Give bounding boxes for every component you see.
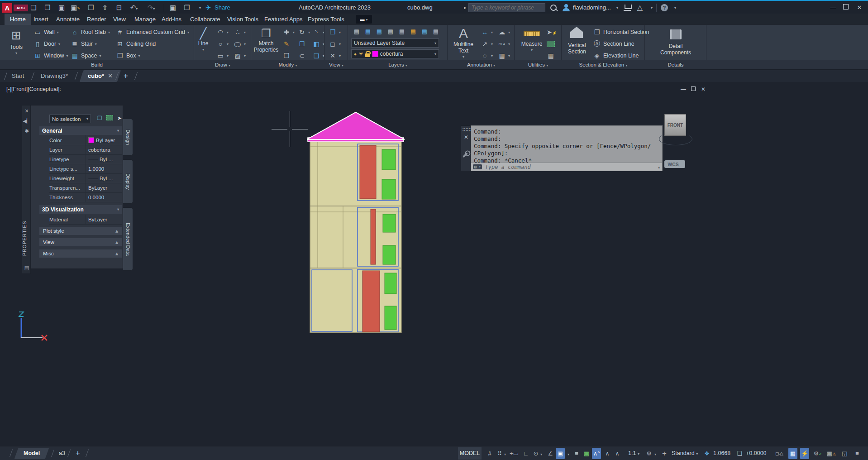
layer-isolate-button[interactable]: ▤ bbox=[363, 26, 372, 37]
object-snap-toggle[interactable]: ▣ bbox=[556, 448, 565, 459]
section-line-button[interactable]: ⒶSection Line bbox=[593, 38, 634, 49]
layer-state-dropdown[interactable]: Unsaved Layer State▾ bbox=[351, 38, 439, 48]
hatch-background-toggle[interactable]: ▩ bbox=[788, 448, 797, 459]
ribbon-display-toggle[interactable]: ▬ ▾ bbox=[356, 15, 372, 24]
horizontal-section-button[interactable]: ❒Horizontal Section bbox=[593, 27, 649, 38]
prop-row-linetype-scale[interactable]: Linetype s...1.0000 bbox=[49, 164, 122, 174]
autosnap-toggle[interactable]: ∧° bbox=[592, 448, 601, 459]
layer-unlock-icon[interactable] bbox=[365, 53, 370, 57]
elevation-label-button[interactable]: 09.A▾ bbox=[498, 38, 510, 49]
viewport-minimize-icon[interactable]: — bbox=[679, 86, 688, 93]
username[interactable]: flaviadoming... bbox=[573, 1, 611, 14]
table-button[interactable]: ▦▾ bbox=[498, 50, 510, 61]
transparency-toggle[interactable]: ▩ bbox=[582, 448, 591, 459]
multiline-text-button[interactable]: A Multiline Text▾ bbox=[450, 26, 477, 60]
tab-insert[interactable]: Insert bbox=[28, 14, 54, 25]
erase-button[interactable]: ✎ bbox=[282, 38, 291, 49]
tab-express-tools[interactable]: Express Tools bbox=[302, 14, 350, 25]
viewport-label[interactable]: [-][Front][Conceptual]: bbox=[6, 86, 61, 92]
workspace-gear-icon[interactable]: ⚙ bbox=[644, 448, 653, 459]
share-button[interactable]: Share bbox=[215, 1, 230, 14]
panel-label-annotation[interactable]: Annotation ▾ bbox=[448, 60, 514, 69]
box-button[interactable]: ❒Box▾ bbox=[116, 50, 140, 61]
user-avatar-icon[interactable] bbox=[563, 4, 570, 11]
measure-button[interactable]: Measure▾ bbox=[519, 28, 545, 53]
prop-row-thickness[interactable]: Thickness0.0000 bbox=[49, 192, 122, 202]
line-button[interactable]: ╱ Line▾ bbox=[194, 27, 213, 53]
layout-tab-a3[interactable]: a3 bbox=[59, 446, 65, 460]
search-icon[interactable] bbox=[550, 5, 557, 11]
layer-dropdown[interactable]: ● ☀ cobertura▾ bbox=[351, 49, 439, 58]
open-file-button[interactable]: ❒ bbox=[42, 3, 53, 13]
tab-annotate[interactable]: Annotate bbox=[51, 14, 85, 25]
new-layout-button[interactable]: + bbox=[73, 449, 82, 458]
palette-settings-icon[interactable]: ✱ bbox=[22, 128, 31, 134]
enhanced-custom-grid-button[interactable]: #Enhanced Custom Grid▾ bbox=[116, 27, 189, 38]
command-customize-icon[interactable] bbox=[463, 152, 468, 158]
window-button[interactable]: ⊞Window▾ bbox=[33, 50, 68, 61]
dynamic-input-toggle[interactable]: +▭ bbox=[510, 448, 519, 459]
layer-properties-button[interactable]: ▤ bbox=[352, 26, 361, 37]
command-window[interactable]: Command: Command: Command: Specify oppos… bbox=[471, 125, 663, 171]
layer-on-icon[interactable]: ● bbox=[354, 52, 357, 57]
color-swatch[interactable] bbox=[88, 137, 94, 143]
grid-display-toggle[interactable]: # bbox=[485, 448, 494, 459]
drawing-canvas[interactable]: [-][Front][Conceptual]: — ✕ bbox=[0, 82, 868, 446]
layer-color-swatch[interactable] bbox=[372, 51, 378, 57]
panel-label-section-elevation[interactable]: Section & Elevation ▾ bbox=[562, 60, 644, 69]
quick-calc-button[interactable]: ▦ bbox=[547, 50, 555, 61]
house-elevation-drawing[interactable] bbox=[307, 111, 405, 333]
panel-label-draw[interactable]: Draw ▾ bbox=[195, 60, 251, 69]
space-button[interactable]: ▦Space▾ bbox=[71, 50, 101, 61]
layer-unisolate-button[interactable]: ▤ bbox=[375, 26, 384, 37]
quick-select-palette-icon[interactable]: ❐ bbox=[95, 115, 104, 122]
view-shapes-button[interactable]: ◻▾ bbox=[329, 38, 341, 49]
explode-button[interactable]: ❒ bbox=[282, 50, 291, 61]
join-button[interactable]: ⊂ bbox=[298, 50, 306, 61]
new-file-button[interactable]: ❏ bbox=[28, 3, 39, 13]
panel-label-build[interactable]: Build bbox=[0, 60, 194, 69]
fillet-button[interactable]: ◝▾ bbox=[312, 27, 324, 38]
elevation-line-button[interactable]: ◈Elevation Line bbox=[593, 50, 639, 61]
tab-view[interactable]: View bbox=[108, 14, 131, 25]
lineweight-toggle[interactable]: ≡ bbox=[572, 448, 581, 459]
door-button[interactable]: ▯Door▾ bbox=[33, 38, 60, 49]
save-button[interactable]: ▣ bbox=[56, 3, 67, 13]
view-cube-button[interactable]: ❒▾ bbox=[329, 27, 341, 38]
palette-tab-display[interactable]: Display bbox=[123, 159, 133, 204]
prop-row-layer[interactable]: Layercobertura bbox=[49, 145, 122, 155]
command-window-grip[interactable]: •••••••••••• ✕ bbox=[461, 125, 471, 171]
tab-cubo-active[interactable]: cubo*✕ bbox=[80, 70, 121, 82]
autodesk-dropdown[interactable]: ▾ bbox=[646, 3, 657, 13]
quick-properties-toggle[interactable]: ⚡ bbox=[800, 448, 809, 459]
customization-menu-icon[interactable]: ≡ bbox=[853, 448, 862, 459]
close-button[interactable]: ✕ bbox=[854, 4, 865, 12]
tab-addins[interactable]: Add-ins bbox=[156, 14, 187, 25]
osnap-dropdown[interactable]: ▾ bbox=[566, 448, 571, 459]
section-view[interactable]: View◀ bbox=[39, 238, 122, 246]
prop-row-lineweight[interactable]: Lineweight——ByL... bbox=[49, 173, 122, 183]
command-input-icon[interactable]: ▤ ▾ bbox=[473, 164, 482, 169]
standard-dropdown[interactable]: Standard ▾ bbox=[672, 446, 698, 460]
minimize-button[interactable]: — bbox=[827, 4, 839, 12]
polar-dropdown[interactable]: ▾ bbox=[539, 448, 544, 459]
isodraft-toggle[interactable]: ∠ bbox=[546, 448, 555, 459]
annotation-scale[interactable]: 1:1 ▾ bbox=[628, 446, 639, 460]
dimension-button[interactable]: ↔▾ bbox=[481, 27, 493, 38]
circle-button[interactable]: ○▾ bbox=[216, 38, 229, 49]
prop-row-transparency[interactable]: Transparen...ByLayer bbox=[49, 183, 122, 193]
elevation-value[interactable]: +0.0000 bbox=[746, 446, 767, 460]
panel-label-utilities[interactable]: Utilities ▾ bbox=[515, 60, 561, 69]
layer-match-button[interactable]: ▤ bbox=[431, 26, 440, 37]
ceiling-grid-button[interactable]: ⊞Ceiling Grid bbox=[116, 38, 156, 49]
tab-featured-apps[interactable]: Featured Apps bbox=[259, 14, 308, 25]
section-plot-style[interactable]: Plot style◀ bbox=[39, 227, 122, 235]
layer-lock-button[interactable]: ▤ bbox=[409, 26, 418, 37]
mirror-button[interactable]: ◧▾ bbox=[312, 38, 324, 49]
command-scroll-up-icon[interactable]: ▴ bbox=[658, 165, 660, 169]
select-similar-button[interactable] bbox=[547, 38, 555, 49]
viewport-close-icon[interactable]: ✕ bbox=[699, 86, 708, 93]
model-space-toggle[interactable]: MODEL bbox=[458, 447, 482, 460]
help-dropdown[interactable]: ▾ bbox=[670, 3, 681, 13]
help-icon[interactable]: ? bbox=[661, 4, 668, 11]
